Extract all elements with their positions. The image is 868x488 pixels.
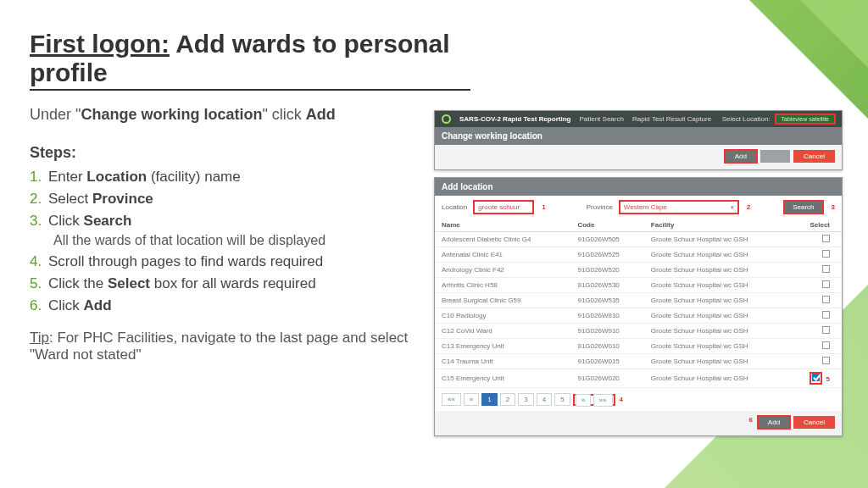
callout-6: 6 (748, 416, 752, 429)
search-button[interactable]: Search (784, 201, 822, 214)
select-checkbox[interactable] (822, 250, 830, 258)
table-row: Adolescent Diabetic Clinic G491G026W505G… (435, 232, 842, 247)
chevron-down-icon: ▾ (731, 204, 734, 211)
cell-name: C13 Emergency Unit (435, 339, 570, 354)
select-checkbox[interactable] (822, 357, 830, 364)
select-checkbox[interactable] (822, 341, 830, 349)
nav-link[interactable]: Rapid Test Result Capture (632, 115, 711, 123)
table-row: C15 Emergency Unit91G026W020Groote Schuu… (435, 369, 842, 388)
cell-name: Antenatal Clinic E41 (435, 247, 570, 263)
pager-page[interactable]: 4 (537, 393, 552, 406)
select-checkbox[interactable] (822, 280, 830, 288)
cell-name: Andrology Clinic F42 (435, 263, 570, 278)
select-location-label: Select Location: (722, 115, 771, 123)
table-row: Breast Surgical Clinic G5991G026W535Groo… (435, 293, 842, 308)
wards-table: Name Code Facility Select Adolescent Dia… (435, 219, 842, 388)
table-row: Andrology Clinic F4291G026W520Groote Sch… (435, 263, 842, 278)
location-label: Location (442, 203, 467, 211)
table-row: C10 Radiology91G026W810Groote Schuur Hos… (435, 308, 842, 324)
cell-facility: Groote Schuur Hospital wc GSH (644, 324, 791, 339)
cancel-button[interactable]: Cancel (793, 416, 835, 429)
location-chip[interactable]: Tableview satellite (776, 114, 835, 124)
col-name: Name (435, 219, 570, 232)
panel-header: Add location (435, 178, 842, 196)
nav-link[interactable]: Patient Search (579, 115, 623, 123)
cell-code: 91G026W530 (570, 278, 643, 293)
pager-last[interactable]: »» (593, 394, 613, 407)
cell-facility: Groote Schuur Hospital wc GSH (644, 354, 791, 369)
page-title: First logon: Add wards to personal profi… (30, 30, 470, 91)
add-button[interactable]: Add (725, 150, 757, 163)
select-checkbox[interactable] (812, 374, 820, 381)
tip-text: Tip: For PHC Facilities, navigate to the… (30, 330, 420, 363)
cell-facility: Groote Schuur Hospital wc GSH (644, 232, 791, 247)
cell-name: Arthritis Clinic H58 (435, 278, 570, 293)
select-checkbox[interactable] (822, 326, 830, 334)
callout-5: 5 (826, 375, 830, 383)
steps-list: Enter Location (facility) name Select Pr… (30, 169, 470, 314)
cell-code: 91G026W010 (570, 339, 643, 354)
pager-next[interactable]: » (576, 394, 591, 407)
province-select[interactable]: Western Cape▾ (620, 201, 738, 214)
disabled-button (760, 150, 790, 163)
steps-heading: Steps: (30, 144, 470, 162)
select-checkbox[interactable] (822, 311, 830, 319)
cell-facility: Groote Schuur Hospital wc GSH (644, 293, 791, 308)
cell-facility: Groote Schuur Hospital wc GSH (644, 308, 791, 324)
pager-first[interactable]: «« (442, 393, 461, 406)
pager-page[interactable]: 3 (518, 393, 533, 406)
cell-facility: Groote Schuur Hospital wc GSH (644, 369, 791, 388)
cell-facility: Groote Schuur Hospital wc GSH (644, 263, 791, 278)
col-select: Select (791, 219, 842, 232)
pager-page[interactable]: 2 (500, 393, 515, 406)
col-code: Code (570, 219, 643, 232)
cell-code: 91G026W810 (570, 308, 643, 324)
col-facility: Facility (644, 219, 791, 232)
cell-code: 91G026W520 (570, 263, 643, 278)
cell-code: 91G026W020 (570, 369, 643, 388)
screenshot-change-location: SARS-COV-2 Rapid Test Reporting Patient … (434, 110, 843, 170)
cancel-button[interactable]: Cancel (793, 150, 835, 163)
cell-code: 91G026W535 (570, 293, 643, 308)
cell-name: C14 Trauma Unit (435, 354, 570, 369)
pager-next-group: » »» (573, 394, 615, 406)
table-row: Arthritis Clinic H5891G026W530Groote Sch… (435, 278, 842, 293)
cell-name: C10 Radiology (435, 308, 570, 324)
screenshot-add-location: Add location Location groote schuur 1 Pr… (434, 177, 843, 436)
select-checkbox[interactable] (822, 235, 830, 242)
cell-name: C12 CoVid Ward (435, 324, 570, 339)
pager-page[interactable]: 5 (554, 393, 570, 406)
pager-page[interactable]: 1 (481, 393, 497, 406)
province-label: Province (587, 203, 613, 211)
table-row: C13 Emergency Unit91G026W010Groote Schuu… (435, 339, 842, 354)
callout-4: 4 (620, 396, 623, 403)
callout-3: 3 (832, 203, 835, 211)
cell-code: 91G026W505 (570, 232, 643, 247)
callout-1: 1 (542, 203, 545, 211)
select-checkbox[interactable] (822, 296, 830, 303)
table-row: C12 CoVid Ward91G026W910Groote Schuur Ho… (435, 324, 842, 339)
location-input[interactable]: groote schuur (474, 201, 533, 214)
table-row: Antenatal Clinic E4191G026W525Groote Sch… (435, 247, 842, 263)
select-checkbox[interactable] (822, 265, 830, 273)
cell-facility: Groote Schuur Hospital wc GSH (644, 278, 791, 293)
cell-name: C15 Emergency Unit (435, 369, 570, 388)
add-button[interactable]: Add (758, 416, 790, 429)
app-logo-icon (442, 114, 451, 124)
callout-2: 2 (747, 203, 750, 211)
pager-prev[interactable]: « (464, 393, 479, 406)
cell-facility: Groote Schuur Hospital wc GSH (644, 339, 791, 354)
pager: «« « 1 2 3 4 5 » »» 4 (435, 388, 842, 411)
app-brand: SARS-COV-2 Rapid Test Reporting (459, 115, 570, 123)
cell-facility: Groote Schuur Hospital wc GSH (644, 247, 791, 263)
cell-code: 91G026W525 (570, 247, 643, 263)
cell-name: Breast Surgical Clinic G59 (435, 293, 570, 308)
subtitle: Under "Change working location" click Ad… (30, 106, 470, 124)
cell-code: 91G026W015 (570, 354, 643, 369)
panel-header: Change working location (435, 127, 842, 145)
cell-name: Adolescent Diabetic Clinic G4 (435, 232, 570, 247)
table-row: C14 Trauma Unit91G026W015Groote Schuur H… (435, 354, 842, 369)
cell-code: 91G026W910 (570, 324, 643, 339)
